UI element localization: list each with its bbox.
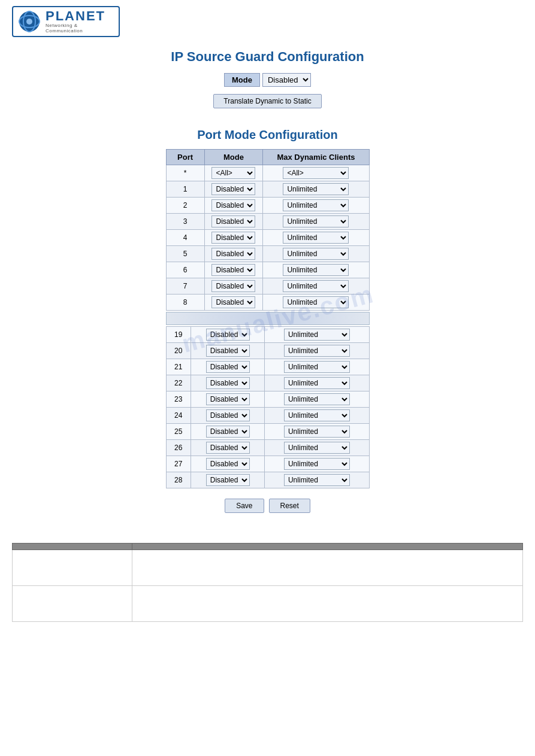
port-mode-select[interactable]: DisabledEnabled <box>211 280 255 292</box>
reset-button[interactable]: Reset <box>269 499 310 513</box>
bottom-table-header-row <box>13 544 523 550</box>
max-clients-cell: Unlimited012 <box>265 472 369 488</box>
max-clients-select[interactable]: Unlimited012 <box>283 264 349 276</box>
max-clients-cell: Unlimited012 <box>263 294 369 311</box>
port-mode-select[interactable]: DisabledEnabled <box>211 296 255 308</box>
mode-label: Mode <box>224 73 260 87</box>
max-clients-cell: Unlimited012 <box>263 262 369 278</box>
max-clients-select[interactable]: Unlimited012 <box>284 377 350 389</box>
mode-select[interactable]: Disabled Enabled <box>262 73 311 87</box>
table-row: 22DisabledEnabledUnlimited012 <box>166 375 369 391</box>
table-row: 2DisabledEnabledUnlimited012 <box>166 198 369 214</box>
port-num: 26 <box>166 440 191 456</box>
port-mode-select[interactable]: DisabledEnabled <box>206 458 250 470</box>
port-mode-select[interactable]: DisabledEnabled <box>206 474 250 486</box>
col-header-port: Port <box>166 150 204 165</box>
max-clients-select[interactable]: Unlimited012 <box>283 183 349 195</box>
max-clients-select[interactable]: Unlimited012 <box>283 248 349 260</box>
port-num: 25 <box>166 424 191 440</box>
table-row: 27DisabledEnabledUnlimited012 <box>166 456 369 472</box>
logo-text-block: PLANET Networking & Communication <box>46 10 114 34</box>
port-num: 28 <box>166 472 191 488</box>
table-row: 6DisabledEnabledUnlimited012 <box>166 262 369 278</box>
max-clients-select[interactable]: Unlimited012 <box>284 393 350 405</box>
port-mode-cell: DisabledEnabled <box>191 343 265 359</box>
max-clients-select[interactable]: Unlimited012 <box>284 474 350 486</box>
max-clients-cell: Unlimited012 <box>263 278 369 294</box>
port-table: Port Mode Max Dynamic Clients * <All> Di… <box>166 149 370 311</box>
max-clients-select[interactable]: Unlimited012 <box>283 199 349 211</box>
max-clients-select[interactable]: Unlimited012 <box>283 215 349 227</box>
translate-btn-wrapper: Translate Dynamic to Static <box>0 94 535 119</box>
port-mode-select[interactable]: DisabledEnabled <box>206 393 250 405</box>
max-clients-select[interactable]: Unlimited012 <box>284 458 350 470</box>
max-clients-cell: Unlimited012 <box>265 456 369 472</box>
max-clients-select[interactable]: Unlimited012 <box>284 442 350 454</box>
max-clients-select[interactable]: Unlimited012 <box>284 426 350 438</box>
max-clients-select[interactable]: Unlimited012 <box>283 280 349 292</box>
max-clients-cell: Unlimited012 <box>265 327 369 343</box>
port-num: 22 <box>166 375 191 391</box>
port-mode-cell: DisabledEnabled <box>204 214 263 230</box>
max-clients-select[interactable]: Unlimited012 <box>284 409 350 421</box>
port-mode-cell: DisabledEnabled <box>191 456 265 472</box>
max-clients-cell: Unlimited012 <box>265 375 369 391</box>
translate-dynamic-to-static-button[interactable]: Translate Dynamic to Static <box>213 94 321 108</box>
port-mode-select[interactable]: DisabledEnabled <box>211 248 255 260</box>
logo-area: PLANET Networking & Communication <box>0 0 535 43</box>
port-mode-select[interactable]: DisabledEnabled <box>206 426 250 438</box>
max-clients-all-select[interactable]: <All> Unlimited 0 1 2 <box>283 167 349 179</box>
port-mode-select[interactable]: DisabledEnabled <box>206 329 250 341</box>
max-clients-cell: Unlimited012 <box>265 440 369 456</box>
table-row: 25DisabledEnabledUnlimited012 <box>166 424 369 440</box>
mode-all-cell: <All> Disabled Enabled <box>204 165 263 181</box>
port-mode-cell: DisabledEnabled <box>191 375 265 391</box>
port-mode-cell: DisabledEnabled <box>204 181 263 198</box>
port-mode-select[interactable]: DisabledEnabled <box>206 409 250 421</box>
port-num: 23 <box>166 391 191 408</box>
max-clients-select[interactable]: Unlimited012 <box>283 232 349 244</box>
port-mode-cell: DisabledEnabled <box>204 230 263 246</box>
max-clients-cell: Unlimited012 <box>265 343 369 359</box>
port-num: 3 <box>166 214 204 230</box>
max-clients-select[interactable]: Unlimited012 <box>284 329 350 341</box>
table-header-row: Port Mode Max Dynamic Clients <box>166 150 369 165</box>
table-row: 21DisabledEnabledUnlimited012 <box>166 359 369 375</box>
max-clients-select[interactable]: Unlimited012 <box>284 345 350 357</box>
bottom-col-2-header <box>132 544 523 550</box>
port-mode-select[interactable]: DisabledEnabled <box>206 345 250 357</box>
port-mode-select[interactable]: DisabledEnabled <box>211 264 255 276</box>
mode-all-select[interactable]: <All> Disabled Enabled <box>211 167 255 179</box>
max-clients-cell: Unlimited012 <box>263 246 369 262</box>
port-mode-cell: DisabledEnabled <box>204 294 263 311</box>
port-mode-select[interactable]: DisabledEnabled <box>206 361 250 373</box>
port-mode-cell: DisabledEnabled <box>191 424 265 440</box>
save-button[interactable]: Save <box>225 499 264 513</box>
port-mode-select[interactable]: DisabledEnabled <box>211 183 255 195</box>
max-clients-select[interactable]: Unlimited012 <box>283 296 349 308</box>
port-all-star: * <box>166 165 204 181</box>
logo-box: PLANET Networking & Communication <box>12 6 120 37</box>
table-row: 20DisabledEnabledUnlimited012 <box>166 343 369 359</box>
port-num: 7 <box>166 278 204 294</box>
port-num: 19 <box>166 327 191 343</box>
table-row: 8DisabledEnabledUnlimited012 <box>166 294 369 311</box>
port-mode-cell: DisabledEnabled <box>204 198 263 214</box>
port-mode-cell: DisabledEnabled <box>191 440 265 456</box>
max-clients-select[interactable]: Unlimited012 <box>284 361 350 373</box>
port-mode-select[interactable]: DisabledEnabled <box>206 377 250 389</box>
bottom-table-wrapper <box>12 543 523 622</box>
port-mode-select[interactable]: DisabledEnabled <box>206 442 250 454</box>
table-row: 24DisabledEnabledUnlimited012 <box>166 408 369 424</box>
main-content: IP Source Guard Configuration Mode Disab… <box>0 43 535 519</box>
col-header-max-dynamic-clients: Max Dynamic Clients <box>263 150 369 165</box>
port-mode-select[interactable]: DisabledEnabled <box>211 232 255 244</box>
bottom-cell-right-1 <box>132 550 523 586</box>
planet-logo-icon <box>18 10 41 33</box>
port-mode-select[interactable]: DisabledEnabled <box>211 215 255 227</box>
port-mode-cell: DisabledEnabled <box>204 246 263 262</box>
max-clients-cell: Unlimited012 <box>263 230 369 246</box>
port-mode-cell: DisabledEnabled <box>204 278 263 294</box>
port-mode-select[interactable]: DisabledEnabled <box>211 199 255 211</box>
bottom-cell-left-2 <box>13 586 132 622</box>
